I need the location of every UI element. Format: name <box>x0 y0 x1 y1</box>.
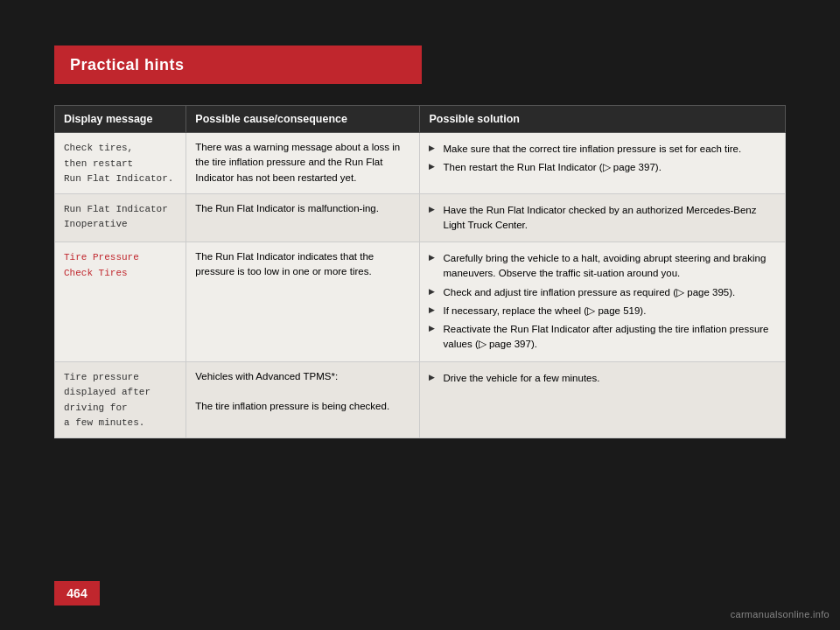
display-message-text: Tire PressureCheck Tires <box>64 252 139 278</box>
solution-cell: Carefully bring the vehicle to a halt, a… <box>420 242 786 362</box>
solution-item: Carefully bring the vehicle to a halt, a… <box>429 249 776 284</box>
solution-item: Check and adjust tire inflation pressure… <box>429 284 776 302</box>
col-header-solution: Possible solution <box>420 106 786 133</box>
display-message-text: Tire pressuredisplayed afterdriving fora… <box>64 372 150 429</box>
solution-list: Make sure that the correct tire inflatio… <box>429 140 776 178</box>
cause-line: The tire inflation pressure is being che… <box>195 401 389 411</box>
cause-cell: The Run Flat Indicator indicates that th… <box>186 242 420 362</box>
solution-item: Reactivate the Run Flat Indicator after … <box>429 320 776 354</box>
solution-list: Have the Run Flat Indicator checked by a… <box>429 201 776 235</box>
table-row: Tire PressureCheck TiresThe Run Flat Ind… <box>55 242 786 362</box>
solution-cell: Drive the vehicle for a few minutes. <box>420 361 786 438</box>
display-message-text: Run Flat IndicatorInoperative <box>64 204 168 230</box>
cause-line: Vehicles with Advanced TPMS*: <box>195 371 338 382</box>
solution-item: Have the Run Flat Indicator checked by a… <box>429 201 776 235</box>
display-message-cell: Tire pressuredisplayed afterdriving fora… <box>55 361 186 438</box>
display-message-cell: Run Flat IndicatorInoperative <box>55 193 186 242</box>
solution-item: Then restart the Run Flat Indicator (▷ p… <box>429 158 776 177</box>
table-row: Run Flat IndicatorInoperativeThe Run Fla… <box>55 193 786 242</box>
cause-text: There was a warning message about a loss… <box>195 142 400 183</box>
hints-table: Display message Possible cause/consequen… <box>54 105 786 438</box>
cause-cell: The Run Flat Indicator is malfunction-in… <box>186 193 420 242</box>
solution-cell: Have the Run Flat Indicator checked by a… <box>420 193 786 242</box>
cause-text: The Run Flat Indicator is malfunction-in… <box>195 203 379 214</box>
col-header-display: Display message <box>55 106 186 133</box>
cause-cell: Vehicles with Advanced TPMS*:The tire in… <box>186 361 420 438</box>
solution-item: If necessary, replace the wheel (▷ page … <box>429 302 776 320</box>
main-content: Display message Possible cause/consequen… <box>54 105 786 560</box>
table-row: Check tires,then restartRun Flat Indicat… <box>55 133 786 194</box>
col-header-cause: Possible cause/consequence <box>186 106 420 133</box>
solution-item: Make sure that the correct tire inflatio… <box>429 140 776 158</box>
solution-cell: Make sure that the correct tire inflatio… <box>420 133 786 194</box>
solution-list: Drive the vehicle for a few minutes. <box>429 369 776 388</box>
solution-item: Drive the vehicle for a few minutes. <box>429 369 776 388</box>
page-number-box: 464 <box>54 581 100 606</box>
table-header-row: Display message Possible cause/consequen… <box>55 106 786 133</box>
display-message-text: Check tires,then restartRun Flat Indicat… <box>64 143 173 184</box>
cause-text: The Run Flat Indicator indicates that th… <box>195 251 374 276</box>
header-bar: Practical hints <box>54 46 422 84</box>
page-container: Practical hints Display message Possible… <box>0 0 840 630</box>
display-message-cell: Check tires,then restartRun Flat Indicat… <box>55 133 186 194</box>
display-message-cell: Tire PressureCheck Tires <box>55 242 186 362</box>
solution-list: Carefully bring the vehicle to a halt, a… <box>429 249 776 354</box>
watermark: carmanualsonline.info <box>731 609 830 620</box>
page-title: Practical hints <box>70 56 185 74</box>
table-row: Tire pressuredisplayed afterdriving fora… <box>55 361 786 438</box>
page-number: 464 <box>66 586 87 600</box>
cause-cell: There was a warning message about a loss… <box>186 133 420 194</box>
